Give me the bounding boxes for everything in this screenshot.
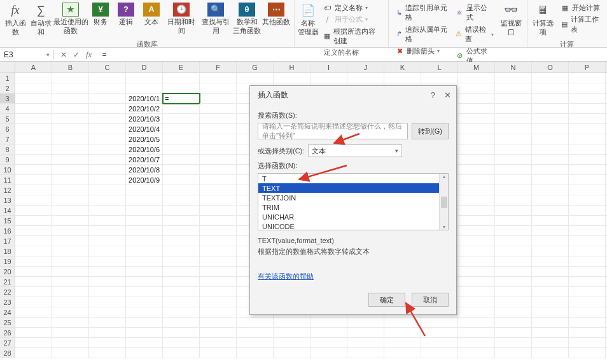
cell[interactable] <box>163 267 200 277</box>
cell[interactable] <box>495 124 532 134</box>
show-formulas-button[interactable]: ⚛显示公式 <box>456 3 494 23</box>
cell[interactable] <box>126 338 163 348</box>
cell[interactable] <box>126 287 163 297</box>
lookup-button[interactable]: 🔍 查找与引用 <box>199 1 233 37</box>
cell[interactable] <box>200 83 237 94</box>
cell[interactable] <box>495 256 532 267</box>
scroll-up-icon[interactable]: ▴ <box>443 174 445 179</box>
cell[interactable] <box>15 307 52 318</box>
cell[interactable] <box>163 277 200 287</box>
cell[interactable] <box>495 246 532 256</box>
cell[interactable] <box>15 144 52 155</box>
cell[interactable] <box>458 318 495 328</box>
financial-button[interactable]: ¥ 财务 <box>88 1 113 28</box>
cell[interactable] <box>458 195 495 206</box>
cell[interactable] <box>200 124 237 134</box>
logical-button[interactable]: ? 逻辑 <box>113 1 139 28</box>
cell[interactable] <box>569 287 606 297</box>
cell[interactable] <box>89 328 126 338</box>
cell[interactable]: 2020/10/9 <box>126 175 163 185</box>
cell[interactable] <box>89 175 126 185</box>
cell[interactable] <box>200 104 237 114</box>
cell[interactable] <box>200 338 237 348</box>
cell[interactable] <box>52 277 89 287</box>
cell[interactable] <box>458 267 495 277</box>
cell[interactable] <box>89 287 126 297</box>
define-name-button[interactable]: 🏷定义名称 ▾ <box>323 3 382 13</box>
trace-dependents-button[interactable]: ↱追踪从属单元格 <box>395 25 447 45</box>
cell[interactable] <box>532 318 569 328</box>
cell[interactable] <box>495 277 532 287</box>
datetime-button[interactable]: 🕒 日期和时间 <box>164 1 199 37</box>
cell[interactable] <box>458 206 495 216</box>
cell[interactable] <box>163 134 200 144</box>
cell[interactable] <box>52 348 89 358</box>
cell[interactable] <box>15 124 52 134</box>
cell[interactable] <box>200 307 237 318</box>
column-header[interactable]: K <box>384 62 421 73</box>
cell[interactable] <box>200 195 237 206</box>
cell[interactable] <box>52 155 89 165</box>
cell[interactable] <box>458 155 495 165</box>
cell[interactable] <box>458 328 495 338</box>
cell[interactable] <box>458 256 495 267</box>
cell[interactable] <box>52 318 89 328</box>
cell[interactable] <box>52 124 89 134</box>
cell[interactable] <box>200 175 237 185</box>
cell[interactable] <box>163 307 200 318</box>
cell[interactable] <box>532 267 569 277</box>
cell[interactable] <box>126 256 163 267</box>
cell[interactable] <box>163 226 200 236</box>
cell[interactable] <box>163 165 200 175</box>
cell[interactable] <box>532 297 569 307</box>
column-header[interactable]: N <box>495 62 532 73</box>
row-header[interactable]: 16 <box>0 226 15 236</box>
cell[interactable] <box>52 134 89 144</box>
cell[interactable] <box>163 144 200 155</box>
cell[interactable] <box>495 134 532 144</box>
cell[interactable] <box>15 348 52 358</box>
cell[interactable] <box>89 195 126 206</box>
column-header[interactable]: B <box>52 62 89 73</box>
cell[interactable] <box>458 226 495 236</box>
cell[interactable] <box>15 277 52 287</box>
cell[interactable] <box>15 94 52 104</box>
cell[interactable] <box>569 307 606 318</box>
cell[interactable] <box>495 114 532 124</box>
column-header[interactable]: M <box>458 62 495 73</box>
cell[interactable] <box>52 256 89 267</box>
cell[interactable] <box>421 348 458 358</box>
cell[interactable] <box>126 195 163 206</box>
cell[interactable] <box>347 328 384 338</box>
cell[interactable] <box>274 328 310 338</box>
cell[interactable] <box>458 134 495 144</box>
cell[interactable] <box>569 236 606 246</box>
cell[interactable] <box>384 348 421 358</box>
cell[interactable] <box>200 155 237 165</box>
name-manager-button[interactable]: 📄 名称 管理器 <box>297 1 319 38</box>
cell[interactable] <box>495 144 532 155</box>
cell[interactable] <box>200 114 237 124</box>
cell[interactable] <box>495 226 532 236</box>
cell[interactable] <box>200 236 237 246</box>
cell[interactable] <box>52 83 89 94</box>
cell[interactable] <box>495 338 532 348</box>
cell[interactable] <box>52 144 89 155</box>
cell[interactable] <box>200 73 237 83</box>
cell[interactable] <box>532 185 569 195</box>
cell[interactable] <box>532 165 569 175</box>
cell[interactable] <box>163 328 200 338</box>
cell[interactable] <box>15 73 52 83</box>
cell[interactable] <box>89 348 126 358</box>
cell[interactable] <box>15 287 52 297</box>
cell[interactable] <box>200 206 237 216</box>
cell[interactable] <box>200 226 237 236</box>
cell[interactable] <box>15 338 52 348</box>
cell[interactable] <box>458 165 495 175</box>
cell[interactable] <box>15 114 52 124</box>
column-header[interactable]: F <box>200 62 237 73</box>
cell[interactable] <box>15 318 52 328</box>
cell[interactable]: 2020/10/2 <box>126 104 163 114</box>
cell[interactable] <box>52 73 89 83</box>
cell[interactable] <box>200 287 237 297</box>
